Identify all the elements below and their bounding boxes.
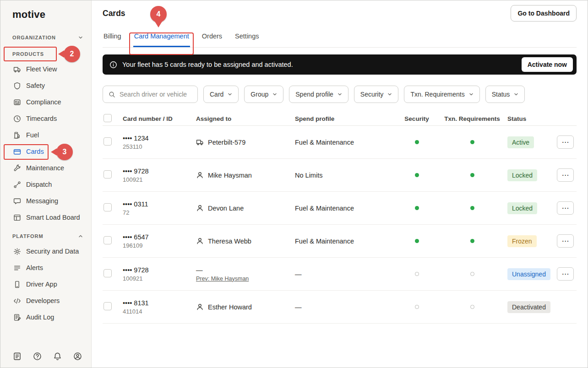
row-checkbox[interactable] xyxy=(103,203,112,211)
tab-orders[interactable]: Orders xyxy=(201,26,223,47)
spend-profile: Fuel & Maintenance xyxy=(293,238,395,245)
status-badge: Locked xyxy=(507,202,537,214)
list-icon xyxy=(13,264,21,272)
row-checkbox[interactable] xyxy=(103,137,112,146)
spend-profile-filter-dropdown[interactable]: Spend profile xyxy=(289,86,348,103)
assigned-to: Devon Lane xyxy=(208,205,244,212)
products-label: PRODUCTS xyxy=(12,51,44,57)
person-icon xyxy=(196,204,204,212)
help-icon[interactable] xyxy=(33,352,42,361)
sidebar-item-maintenance[interactable]: Maintenance xyxy=(0,160,91,176)
table-row: •••• 0311 72 Devon Lane Fuel & Maintenan… xyxy=(103,192,577,225)
whats-new-icon[interactable] xyxy=(13,352,22,361)
sidebar-item-audit-log[interactable]: Audit Log xyxy=(0,309,91,325)
chevron-up-icon xyxy=(78,234,83,238)
table-row: •••• 8131 411014 Esther Howard — Deactiv… xyxy=(103,291,577,324)
sidebar-item-messaging[interactable]: Messaging xyxy=(0,193,91,209)
sidebar-item-label: Timecards xyxy=(26,115,57,122)
sidebar-item-developers[interactable]: Developers xyxy=(0,292,91,309)
spend-profile: — xyxy=(293,271,395,278)
search-box xyxy=(103,86,198,103)
dropdown-label: Status xyxy=(492,91,510,98)
security-indicator xyxy=(415,173,419,177)
sidebar-section-organization[interactable]: ORGANIZATION xyxy=(0,31,91,44)
banner-message: Your fleet has 5 cards ready to be assig… xyxy=(122,61,293,68)
phone-icon xyxy=(13,281,21,288)
security-indicator xyxy=(415,206,419,210)
card-id: 411014 xyxy=(123,308,196,315)
group-filter-dropdown[interactable]: Group xyxy=(244,86,283,103)
account-icon[interactable] xyxy=(73,352,82,361)
spend-profile: — xyxy=(293,303,395,311)
sidebar-item-smart-load-board[interactable]: Smart Load Board xyxy=(0,209,91,226)
sidebar-item-timecards[interactable]: Timecards xyxy=(0,110,91,127)
row-actions-button[interactable]: ⋯ xyxy=(557,234,574,248)
ellipsis-icon: ⋯ xyxy=(562,138,569,146)
row-checkbox[interactable] xyxy=(103,302,112,310)
sidebar-item-compliance[interactable]: Compliance xyxy=(0,94,91,110)
sidebar-item-safety[interactable]: Safety xyxy=(0,77,91,94)
spend-profile: Fuel & Maintenance xyxy=(293,205,395,212)
row-checkbox[interactable] xyxy=(103,269,112,277)
search-input[interactable] xyxy=(120,91,192,98)
txn-requirements-indicator xyxy=(470,206,474,210)
products-nav: Fleet View Safety Compliance Timecards F… xyxy=(0,61,91,226)
row-actions-button[interactable]: ⋯ xyxy=(557,168,574,182)
sidebar-item-label: Maintenance xyxy=(26,164,64,172)
page-header: Cards Go to Dashboard xyxy=(103,0,577,26)
sidebar-item-label: Driver App xyxy=(26,281,57,288)
sidebar-item-fleet-view[interactable]: Fleet View xyxy=(0,61,91,77)
card-number: •••• 0311 xyxy=(123,200,196,208)
organization-label: ORGANIZATION xyxy=(12,35,56,40)
chevron-down-icon xyxy=(78,35,83,40)
security-indicator xyxy=(415,239,419,243)
card-filter-dropdown[interactable]: Card xyxy=(203,86,239,103)
sidebar-item-security-and-data[interactable]: Security and Data xyxy=(0,243,91,260)
row-checkbox[interactable] xyxy=(103,236,112,244)
row-checkbox[interactable] xyxy=(103,170,112,179)
card-number: •••• 8131 xyxy=(123,299,196,307)
row-actions-button[interactable]: ⋯ xyxy=(557,267,574,281)
sidebar-item-label: Alerts xyxy=(26,264,43,271)
previous-assignee-link[interactable]: Prev: Mike Haysman xyxy=(196,276,249,282)
route-icon xyxy=(13,181,21,189)
activate-now-button[interactable]: Activate now xyxy=(522,57,573,72)
sidebar-item-fuel[interactable]: Fuel xyxy=(0,127,91,143)
security-indicator xyxy=(415,140,419,144)
tab-billing[interactable]: Billing xyxy=(103,26,122,47)
security-filter-dropdown[interactable]: Security xyxy=(354,86,399,103)
sidebar-section-platform[interactable]: PLATFORM xyxy=(0,229,91,243)
tab-card-management[interactable]: Card Management xyxy=(133,26,190,47)
status-filter-dropdown[interactable]: Status xyxy=(485,86,525,103)
tab-settings[interactable]: Settings xyxy=(234,26,260,47)
sidebar-item-label: Cards xyxy=(26,148,44,155)
dropdown-label: Spend profile xyxy=(295,91,333,98)
sidebar-item-alerts[interactable]: Alerts xyxy=(0,260,91,276)
app-root: motive ORGANIZATION PRODUCTS Fleet View … xyxy=(0,0,588,368)
sidebar-item-driver-app[interactable]: Driver App xyxy=(0,276,91,292)
card-number: •••• 9728 xyxy=(123,266,196,274)
sidebar-item-label: Developers xyxy=(26,297,60,304)
row-actions-button[interactable]: ⋯ xyxy=(557,201,574,215)
row-actions-button[interactable]: ⋯ xyxy=(557,135,574,149)
sidebar-item-label: Smart Load Board xyxy=(26,214,80,221)
sidebar-item-label: Safety xyxy=(26,82,45,89)
column-txn-requirements: Txn. Requirements xyxy=(439,115,506,122)
wrench-icon xyxy=(13,164,21,172)
txn-requirements-filter-dropdown[interactable]: Txn. Requirements xyxy=(404,86,479,103)
status-badge: Active xyxy=(507,136,534,148)
chevron-down-icon xyxy=(514,92,518,97)
notifications-bell-icon[interactable] xyxy=(53,352,62,361)
dropdown-label: Card xyxy=(210,91,223,98)
card-id: 100921 xyxy=(123,275,196,282)
sidebar-item-dispatch[interactable]: Dispatch xyxy=(0,176,91,193)
select-all-checkbox[interactable] xyxy=(103,114,112,122)
sidebar-section-products[interactable]: PRODUCTS xyxy=(0,47,91,61)
main-content: Cards Go to Dashboard Billing Card Manag… xyxy=(92,0,588,368)
card-id: 100921 xyxy=(123,176,196,183)
security-indicator xyxy=(415,305,419,309)
sidebar-item-cards[interactable]: Cards xyxy=(0,143,91,160)
go-to-dashboard-button[interactable]: Go to Dashboard xyxy=(511,5,577,22)
person-icon xyxy=(196,303,204,311)
platform-nav: Security and Data Alerts Driver App Deve… xyxy=(0,243,91,325)
